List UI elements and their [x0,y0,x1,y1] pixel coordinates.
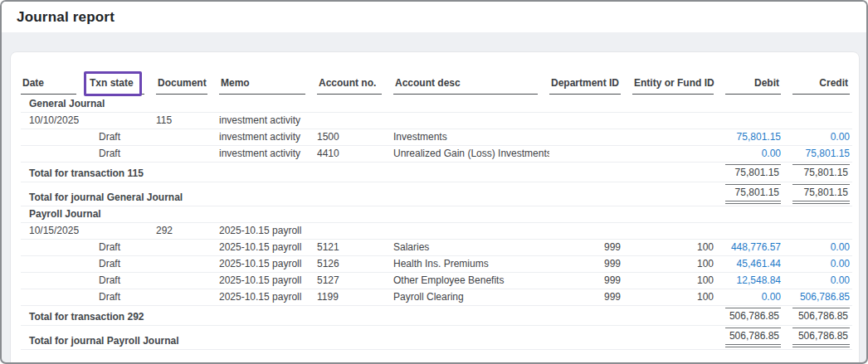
cell-debit[interactable]: 45,461.44 [725,256,792,273]
cell-department_id [549,129,632,146]
cell-department_id: 999 [549,240,632,256]
cell-debit[interactable]: 0.00 [725,289,792,306]
cell-account_no: 1500 [317,129,393,146]
total-credit: 506,786.85 [792,326,852,350]
cell-credit[interactable]: 75,801.15 [792,146,852,163]
cell-entity_or_fund_id [632,129,725,146]
cell-document: 292 [156,223,219,240]
cell-credit[interactable]: 0.00 [792,129,852,146]
cell-memo: 2025-10.15 payroll [219,256,317,273]
column-header-memo: Memo [219,74,317,96]
cell-credit [792,113,852,129]
spacer-row [21,350,852,364]
column-header-document: Document [156,74,219,96]
total-label: Total for transaction 292 [21,306,725,326]
total-label: Total for journal General Journal [21,182,725,206]
cell-debit[interactable]: 75,801.15 [725,129,792,146]
cell-memo: 2025-10.15 payroll [219,289,317,306]
cell-document [156,129,219,146]
transaction-row: 10/15/20252922025-10.15 payroll [21,223,852,240]
title-bar: Journal report [2,2,866,32]
cell-date: 10/15/2025 [21,223,88,240]
column-header-debit: Debit [725,74,792,96]
cell-document [156,256,219,273]
total-label: Total for transaction 115 [21,163,725,182]
cell-entity_or_fund_id: 100 [632,289,725,306]
cell-date [21,273,88,289]
total-credit: 75,801.15 [792,182,852,206]
cell-department_id: 999 [549,289,632,306]
cell-debit [725,113,792,129]
cell-credit[interactable]: 0.00 [792,273,852,289]
cell-debit[interactable]: 448,776.57 [725,240,792,256]
cell-memo: investment activity [219,129,317,146]
column-header-date: Date [21,74,88,96]
journal-line-row: Draft2025-10.15 payroll5127Other Employe… [21,273,852,289]
total-credit: 75,801.15 [792,163,852,182]
column-header-txn_state: Txn state [88,74,156,96]
cell-date [21,146,88,163]
cell-department_id: 999 [549,273,632,289]
cell-department_id [549,113,632,129]
section-label: Payroll Journal [21,206,852,223]
cell-account_no: 1199 [317,289,393,306]
cell-account_desc: Other Employee Benefits [393,273,549,289]
cell-credit[interactable]: 506,786.85 [792,289,852,306]
cell-account_desc: Salaries [393,240,549,256]
page-title: Journal report [17,9,115,26]
report-window: Journal report DateTxn stateDocumentMemo… [0,0,868,364]
journal-line-row: Draft2025-10.15 payroll1199Payroll Clear… [21,289,852,306]
cell-txn_state: Draft [88,256,156,273]
cell-memo: investment activity [219,113,317,129]
total-credit: 506,786.85 [792,306,852,326]
cell-document: 115 [156,113,219,129]
cell-entity_or_fund_id [632,113,725,129]
cell-account_desc [393,113,549,129]
cell-account_no: 5126 [317,256,393,273]
cell-txn_state: Draft [88,240,156,256]
cell-account_no [317,223,393,240]
journal-report-table: DateTxn stateDocumentMemoAccount no.Acco… [21,74,852,364]
cell-debit[interactable]: 12,548.84 [725,273,792,289]
cell-debit[interactable]: 0.00 [725,146,792,163]
total-row: Total for transaction 11575,801.1575,801… [21,163,852,182]
cell-date [21,129,88,146]
section-row: General Journal [21,96,852,113]
cell-date [21,289,88,306]
column-header-account_desc: Account desc [393,74,549,96]
cell-memo: 2025-10.15 payroll [219,240,317,256]
total-row: Total for journal Payroll Journal506,786… [21,326,852,350]
cell-document [156,240,219,256]
section-row: Payroll Journal [21,206,852,223]
journal-line-row: Draftinvestment activity1500Investments7… [21,129,852,146]
journal-line-row: Draftinvestment activity4410Unrealized G… [21,146,852,163]
cell-txn_state [88,223,156,240]
table-header: DateTxn stateDocumentMemoAccount no.Acco… [21,74,852,96]
cell-credit[interactable]: 0.00 [792,240,852,256]
cell-entity_or_fund_id [632,146,725,163]
cell-memo: investment activity [219,146,317,163]
cell-account_no: 5121 [317,240,393,256]
cell-entity_or_fund_id: 100 [632,273,725,289]
cell-department_id [549,223,632,240]
total-debit: 75,801.15 [725,163,792,182]
total-label: Total for journal Payroll Journal [21,326,725,350]
transaction-row: 10/10/2025115investment activity [21,113,852,129]
total-debit: 75,801.15 [725,182,792,206]
total-debit: 506,786.85 [725,326,792,350]
cell-document [156,289,219,306]
cell-credit [792,223,852,240]
cell-account_no: 5127 [317,273,393,289]
cell-memo: 2025-10.15 payroll [219,223,317,240]
cell-account_no: 4410 [317,146,393,163]
cell-txn_state: Draft [88,146,156,163]
cell-account_no [317,113,393,129]
cell-date [21,256,88,273]
total-debit: 506,786.85 [725,306,792,326]
cell-account_desc: Payroll Clearing [393,289,549,306]
cell-txn_state: Draft [88,273,156,289]
cell-credit[interactable]: 0.00 [792,256,852,273]
cell-account_desc: Health Ins. Premiums [393,256,549,273]
spacer-cell [21,350,852,364]
total-row: Total for journal General Journal75,801.… [21,182,852,206]
